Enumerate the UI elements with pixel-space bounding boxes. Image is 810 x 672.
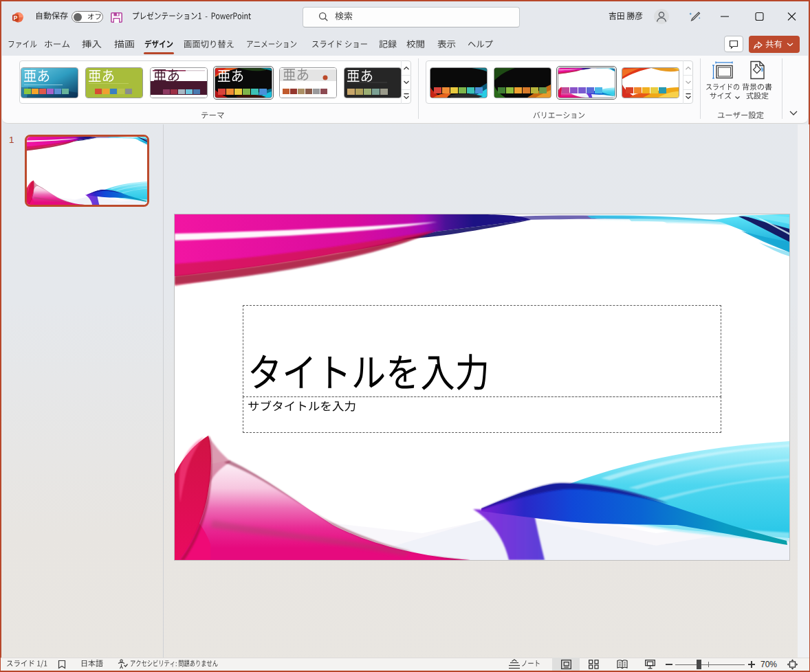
svg-text:P: P — [14, 14, 18, 21]
